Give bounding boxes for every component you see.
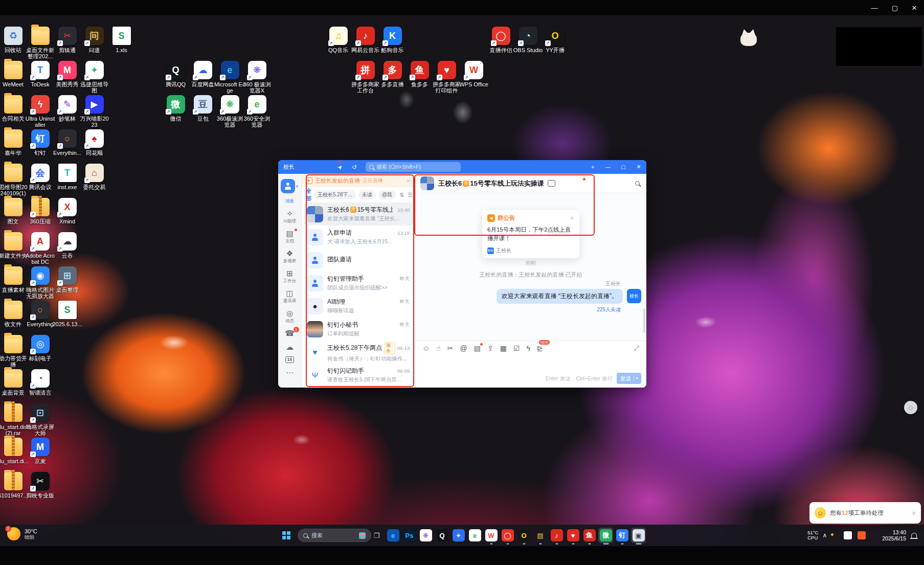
desktop-icon[interactable]: ♫ ↗ QQ音乐 <box>325 27 352 61</box>
desktop-icon[interactable]: W ↗ WPS Office <box>460 61 487 95</box>
desktop-icon[interactable]: ↗ 思维导图20240109(1) <box>0 164 27 198</box>
desktop-icon[interactable]: ✂ ↗ 剪辑通 <box>54 27 81 61</box>
desktop-icon[interactable]: ↗ 桌面背景 <box>0 369 27 403</box>
desktop-icon[interactable]: ♥ ↗ 拼多多商家打印组件 <box>433 61 460 95</box>
desktop-icon[interactable]: ◔ ↗ 智谱清言 <box>27 369 54 403</box>
filter-pill[interactable]: 未读 <box>358 190 376 199</box>
desktop-icon[interactable]: ⌂ ↗ 委托交易 <box>81 164 108 198</box>
dingtalk-maximize-button[interactable]: ▢ <box>616 160 631 174</box>
dingtalk-close-button[interactable]: ✕ <box>631 160 646 174</box>
sidebar-item[interactable]: ✧ AI助理 <box>280 209 300 224</box>
desktop-icon[interactable]: ↗ 61019497... <box>0 472 27 506</box>
desktop-icon[interactable]: ↗ WeMeet <box>0 61 27 95</box>
group-announcement-card[interactable]: ◀ 群公告 ✕ 6月15号本周日，下午2点线上直播开课！ 校长 王校长 <box>482 210 579 258</box>
expand-icon[interactable]: ⤢ <box>634 344 639 352</box>
sidebar-item[interactable]: ⋯ <box>280 368 300 377</box>
desktop-icon[interactable]: ☁ ↗ 云吞 <box>54 232 81 266</box>
desktop-icon[interactable]: ↗ 收文件 <box>0 301 27 335</box>
dingtalk-search-input[interactable]: 搜索 (Ctrl+Shift+F) <box>366 162 461 172</box>
desktop-icon[interactable]: S ↗ 2025.6.13... <box>54 301 81 335</box>
floating-assistant-ball[interactable]: ☺ <box>904 401 917 414</box>
sidebar-item[interactable]: ▤ 文档 <box>280 229 300 244</box>
sidebar-item[interactable]: ❖ 多维表 <box>280 249 300 264</box>
desktop-icon[interactable]: ♪ ↗ 网易云音乐 <box>352 27 379 61</box>
filter-all[interactable]: 全部 <box>306 187 311 202</box>
desktop-icon[interactable]: 豆 ↗ 豆包 <box>189 95 216 129</box>
desktop-icon[interactable]: ↗ 助力带货开播 <box>0 335 27 369</box>
desktop-icon[interactable]: T ↗ inst.exe <box>54 164 81 198</box>
workorder-toast[interactable]: ☺ 您有12项工单待处理 ∨ <box>809 502 921 524</box>
dingtalk-new-chat-button[interactable]: ＋ <box>585 160 600 174</box>
filter-pill[interactable]: 王校长5.28下... <box>314 190 356 199</box>
desktop-icon[interactable]: e ↗ Microsoft Edge <box>216 61 243 95</box>
desktop-icon[interactable]: ✦ ↗ 迅捷思维导图 <box>81 61 108 95</box>
rocket-icon[interactable]: ➤ <box>333 161 346 173</box>
message-avatar[interactable]: 校长 <box>627 289 641 303</box>
dingtalk-titlebar[interactable]: 校长 ➤ ↺ 搜索 (Ctrl+Shift+F) ＋ — ▢ ✕ <box>278 160 646 174</box>
cpu-temp-widget[interactable]: 51°C CPU <box>807 530 818 541</box>
desktop-icon[interactable]: ↗ 桌面文件新整理202... <box>27 27 54 61</box>
desktop-icon[interactable]: ▶ ↗ 万兴喵影2023 <box>81 95 108 129</box>
taskbar-search-input[interactable]: 搜索 <box>298 529 371 542</box>
announcement-close-icon[interactable]: ✕ <box>570 215 574 221</box>
unread-count-link[interactable]: 225人未读 <box>426 306 621 313</box>
outer-close-button[interactable]: ✕ <box>906 2 923 13</box>
filter-pill[interactable]: @我 <box>378 190 396 199</box>
chat-list-item[interactable]: 钉钉管理助手 昨天 团队成员退出组织提醒>> <box>304 272 413 295</box>
outer-minimize-button[interactable]: — <box>866 2 883 13</box>
desktop-icon[interactable]: M ↗ 美图秀秀 <box>54 61 81 95</box>
desktop-icon[interactable]: ↗ 嘉年华 <box>0 129 27 164</box>
toast-chevron-icon[interactable]: ∨ <box>912 510 916 516</box>
dingtalk-minimize-button[interactable]: — <box>600 160 616 174</box>
desktop-icon[interactable]: K ↗ 酷狗音乐 <box>379 27 406 61</box>
desktop-icon[interactable]: ☁ ↗ 百度网盘 <box>189 61 216 95</box>
desktop-icon[interactable]: ↗ 360压缩 <box>27 198 54 232</box>
chat-list-item[interactable]: ♥ 王校长5.28下午两点答... 服务 06-13 何金伟（倚天）：钉钉功能操… <box>304 341 413 364</box>
desktop-icon[interactable]: ✂ ↗ 剪映专业版 <box>27 472 54 506</box>
sort-icon[interactable]: ⇅ <box>399 192 404 198</box>
desktop-icon[interactable]: e ↗ 360安全浏览器 <box>243 95 271 129</box>
desktop-icon[interactable]: 拼 ↗ 拼多多商家工作台 <box>352 61 379 95</box>
history-icon[interactable]: ↺ <box>350 163 359 172</box>
desktop-icon[interactable]: ◎ ↗ 标刻电子 <box>27 335 54 369</box>
group-avatar[interactable] <box>420 176 434 190</box>
desktop-icon[interactable]: ○ ↗ Everythin... <box>54 129 81 164</box>
chat-list-item[interactable]: 钉钉小秘书 昨天 订单到期提醒 <box>304 318 413 341</box>
desktop-icon[interactable]: 问 ↗ 问道 <box>81 27 108 61</box>
message-bubble[interactable]: 欢迎大家来观看直播 “王校长发起的直播”。 <box>497 289 623 304</box>
desktop-icon[interactable]: ◉ ↗ 嗨格式图片无损放大器 <box>27 266 54 301</box>
desktop-icon[interactable]: 微 ↗ 微信 <box>162 95 189 129</box>
desktop-icon[interactable]: ⊡ ↗ 嗨格式录屏大师 <box>27 403 54 438</box>
desktop-icon[interactable]: 鱼 ↗ 鱼多多 <box>406 61 433 95</box>
chat-list-item[interactable]: 入群申请 13:19 大 请求加入 王校长6月15... <box>304 225 413 248</box>
live-banner-close-icon[interactable]: ✕ <box>407 178 411 184</box>
sidebar-item[interactable]: 1 ☎ <box>280 329 300 338</box>
live-banner[interactable]: ▶ 王校长发起的直播 正在直播 ✕ <box>302 174 415 187</box>
sidebar-item[interactable]: ◎ 动态 <box>280 309 300 324</box>
sidebar-item[interactable]: ◫ 通讯录 <box>280 289 300 304</box>
desktop-icon[interactable]: ◯ ↗ 直播伴侣 <box>487 27 514 61</box>
weather-widget[interactable]: 2 30°C 晴朗 <box>7 527 37 540</box>
chat-list-item[interactable]: 团队邀请 <box>304 248 413 272</box>
desktop-icon[interactable]: ↗ 图文 <box>0 198 27 232</box>
notification-bell-icon[interactable] <box>911 533 917 538</box>
chat-scrollbar[interactable] <box>643 308 645 333</box>
desktop-icon[interactable]: S ↗ 1.xls <box>108 27 135 61</box>
desktop-icon[interactable]: 钉 ↗ 钉钉 <box>27 129 54 164</box>
desktop-icon[interactable]: M ↗ 京麦 <box>27 438 54 472</box>
desktop-icon[interactable]: ❋ ↗ 360 极速浏览器X <box>243 61 271 95</box>
desktop-icon[interactable]: ○ ↗ Everything <box>27 301 54 335</box>
desktop-icon[interactable]: ❋ ↗ 360极速浏览器 <box>216 95 243 129</box>
desktop-icon[interactable]: O ↗ YY开播 <box>542 27 569 61</box>
clock-widget[interactable]: 13:40 2025/6/15 <box>882 529 906 541</box>
desktop-icon[interactable]: 多 ↗ 多多直播 <box>379 61 406 95</box>
send-button[interactable]: 发送▾ <box>617 373 641 384</box>
sidebar-item[interactable]: ☁ <box>280 343 300 352</box>
chat-list-item[interactable]: 王校长6月15号零车线上玩... 13:40 欢迎大家来观看直播 “王校长... <box>304 202 413 225</box>
desktop-icon[interactable]: ↗ 合同相关 <box>0 95 27 129</box>
profile-avatar[interactable]: ▼ <box>281 179 299 193</box>
outer-maximize-button[interactable]: ▢ <box>886 2 904 13</box>
sidebar-item[interactable]: 消息 <box>280 198 300 205</box>
desktop-icon[interactable]: ◔ ↗ OBS Studio <box>514 27 542 61</box>
desktop-icon[interactable]: T ↗ ToDesk <box>27 61 54 95</box>
